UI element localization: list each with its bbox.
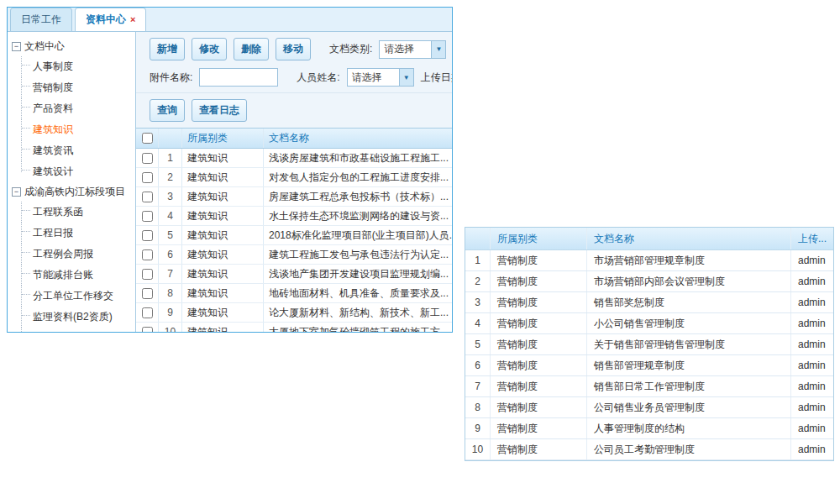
table-row[interactable]: 4 营销制度 小公司销售管理制度 admin xyxy=(465,313,833,334)
person-select[interactable]: 请选择 ▼ xyxy=(347,68,414,87)
row-name: 地砖地面材料、机具准备、质量要求及... xyxy=(264,284,452,302)
tree-item[interactable]: 监理资料(B2资质) xyxy=(18,307,134,328)
document-table-body: 1 建筑知识 浅谈房屋建筑和市政基础设施工程施工... 2 建筑知识 对发包人指… xyxy=(136,149,452,332)
category-column-header[interactable]: 所属别类 xyxy=(182,129,264,148)
tree-item[interactable]: 分工单位工作移交 xyxy=(18,286,134,307)
table-row[interactable]: 9 建筑知识 论大厦新材料、新结构、新技术、新工... xyxy=(136,303,452,323)
table-row[interactable]: 6 营销制度 销售部管理规章制度 admin xyxy=(465,355,833,376)
name-column-header[interactable]: 文档名称 xyxy=(264,129,452,148)
modify-button[interactable]: 修改 xyxy=(192,38,227,60)
collapse-icon[interactable]: − xyxy=(12,187,21,197)
checkbox-cell xyxy=(136,323,159,332)
tree-root-project[interactable]: − 成渝高铁内江标段项目 xyxy=(12,182,134,202)
tree-item[interactable]: 工程联系函 xyxy=(18,202,134,223)
row-category: 营销制度 xyxy=(491,334,587,354)
row-number: 2 xyxy=(465,271,491,291)
marketing-table-header: 所属别类 文档名称 上传... xyxy=(465,228,833,250)
add-button[interactable]: 新增 xyxy=(150,38,185,60)
row-uploader: admin xyxy=(791,313,833,333)
row-uploader: admin xyxy=(791,292,833,312)
row-uploader: admin xyxy=(791,334,833,354)
toolbar-row-query: 查询 查看日志 xyxy=(136,92,452,128)
person-label: 人员姓名: xyxy=(297,71,339,85)
row-checkbox[interactable] xyxy=(142,269,153,280)
table-row[interactable]: 1 建筑知识 浅谈房屋建筑和市政基础设施工程施工... xyxy=(136,149,452,168)
name-column-header[interactable]: 文档名称 xyxy=(587,228,791,249)
row-checkbox[interactable] xyxy=(142,249,153,260)
row-name: 市场营销部管理规章制度 xyxy=(587,250,791,270)
row-name: 浅谈房屋建筑和市政基础设施工程施工... xyxy=(264,149,452,167)
row-number: 3 xyxy=(159,187,182,206)
tab-daily-work[interactable]: 日常工作 xyxy=(10,8,72,31)
category-select-value: 请选择 xyxy=(380,42,431,56)
delete-button[interactable]: 删除 xyxy=(234,38,269,60)
row-category: 建筑知识 xyxy=(182,284,264,302)
table-row[interactable]: 2 建筑知识 对发包人指定分包的工程施工进度安排... xyxy=(136,168,452,187)
tree-root-document-center[interactable]: − 文档中心 xyxy=(12,37,134,56)
chevron-down-icon[interactable]: ▼ xyxy=(431,41,445,58)
row-checkbox[interactable] xyxy=(142,192,153,202)
table-row[interactable]: 2 营销制度 市场营销部内部会议管理制度 admin xyxy=(465,271,833,292)
row-name: 浅谈地产集团开发建设项目监理规划编... xyxy=(264,265,452,283)
row-checkbox[interactable] xyxy=(142,211,153,222)
row-number: 9 xyxy=(159,303,182,322)
row-number: 8 xyxy=(159,284,182,302)
row-checkbox[interactable] xyxy=(142,327,153,333)
tree-item[interactable]: 建筑知识 xyxy=(18,119,134,140)
chevron-down-icon[interactable]: ▼ xyxy=(399,69,413,86)
tree-item[interactable]: 人事制度 xyxy=(18,56,134,77)
row-category: 营销制度 xyxy=(491,313,587,333)
attachment-input[interactable] xyxy=(199,68,278,87)
table-row[interactable]: 4 建筑知识 水土保持生态环境监测网络的建设与资... xyxy=(136,207,452,226)
table-row[interactable]: 3 建筑知识 房屋建筑工程总承包投标书（技术标）... xyxy=(136,187,452,207)
table-row[interactable]: 7 建筑知识 浅谈地产集团开发建设项目监理规划编... xyxy=(136,265,452,284)
table-row[interactable]: 5 建筑知识 2018标准化监理项目部(业主项目部)人员... xyxy=(136,226,452,245)
query-button[interactable]: 查询 xyxy=(150,99,185,122)
table-row[interactable]: 5 营销制度 关于销售部管理销售管理制度 admin xyxy=(465,334,833,355)
table-row[interactable]: 10 营销制度 公司员工考勤管理制度 admin xyxy=(465,439,833,460)
tab-data-center[interactable]: 资料中心× xyxy=(75,8,146,31)
table-row[interactable]: 1 营销制度 市场营销部管理规章制度 admin xyxy=(465,250,833,271)
tree-item[interactable]: 建筑资讯 xyxy=(18,140,134,161)
row-checkbox[interactable] xyxy=(142,153,153,164)
view-log-button[interactable]: 查看日志 xyxy=(192,99,247,122)
row-checkbox[interactable] xyxy=(142,172,153,183)
row-checkbox[interactable] xyxy=(142,288,153,299)
tree-item[interactable]: 监理资料(B3质量控制) xyxy=(18,328,134,332)
tree-item[interactable]: 产品资料 xyxy=(18,98,134,119)
close-icon[interactable]: × xyxy=(130,14,135,24)
row-category: 建筑知识 xyxy=(182,303,264,322)
category-label: 文档类别: xyxy=(329,42,372,56)
checkbox-cell xyxy=(136,168,159,186)
tree-item[interactable]: 工程例会周报 xyxy=(18,244,134,265)
row-category: 建筑知识 xyxy=(182,265,264,283)
tab-bar: 日常工作 资料中心× xyxy=(8,8,452,32)
tree-item[interactable]: 营销制度 xyxy=(18,77,134,98)
tree-item[interactable]: 工程日报 xyxy=(18,223,134,244)
marketing-docs-table: 所属别类 文档名称 上传... 1 营销制度 市场营销部管理规章制度 admin… xyxy=(465,227,834,461)
move-button[interactable]: 移动 xyxy=(276,38,311,60)
row-checkbox[interactable] xyxy=(142,307,153,318)
row-uploader: admin xyxy=(791,397,833,417)
table-row[interactable]: 6 建筑知识 建筑工程施工发包与承包违法行为认定... xyxy=(136,245,452,265)
table-row[interactable]: 8 建筑知识 地砖地面材料、机具准备、质量要求及... xyxy=(136,284,452,303)
uploader-column-header[interactable]: 上传... xyxy=(791,228,833,249)
tree-item[interactable]: 建筑设计 xyxy=(18,161,134,182)
tree-item[interactable]: 节能减排台账 xyxy=(18,265,134,286)
row-name: 公司销售业务员管理制度 xyxy=(587,397,791,417)
row-checkbox[interactable] xyxy=(142,230,153,241)
document-center-window: 日常工作 资料中心× − 文档中心 人事制度营销制度产品资料建筑知识建筑资讯建筑… xyxy=(7,7,453,333)
select-all-checkbox[interactable] xyxy=(142,133,153,144)
row-category: 建筑知识 xyxy=(182,149,264,167)
category-column-header[interactable]: 所属别类 xyxy=(491,228,587,249)
table-row[interactable]: 7 营销制度 销售部日常工作管理制度 admin xyxy=(465,376,833,397)
collapse-icon[interactable]: − xyxy=(12,42,21,51)
tree-children: 工程联系函工程日报工程例会周报节能减排台账分工单位工作移交监理资料(B2资质)监… xyxy=(18,202,134,332)
table-row[interactable]: 8 营销制度 公司销售业务员管理制度 admin xyxy=(465,397,833,418)
tree-root-label: 文档中心 xyxy=(24,39,65,54)
table-row[interactable]: 9 营销制度 人事管理制度的结构 admin xyxy=(465,418,833,439)
category-select[interactable]: 请选择 ▼ xyxy=(379,40,446,59)
table-row[interactable]: 3 营销制度 销售部奖惩制度 admin xyxy=(465,292,833,313)
table-row[interactable]: 10 建筑知识 大厦地下室加气砼墙砌筑工程的施工方... xyxy=(136,323,452,332)
toolbar-row-filters: 附件名称: 人员姓名: 请选择 ▼ 上传日期 xyxy=(136,66,452,92)
